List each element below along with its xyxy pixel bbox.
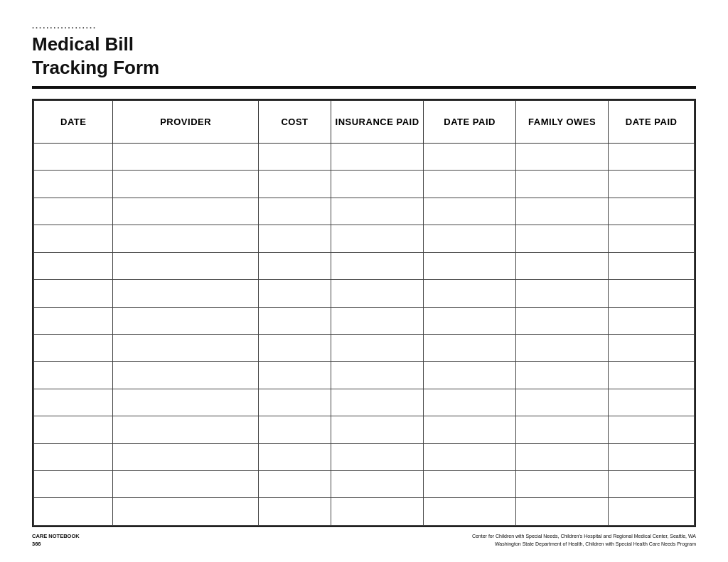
table-cell[interactable] [331, 416, 424, 443]
table-cell[interactable] [516, 334, 609, 361]
table-cell[interactable] [609, 498, 695, 526]
table-cell[interactable] [34, 198, 113, 225]
table-cell[interactable] [34, 443, 113, 470]
table-cell[interactable] [331, 198, 424, 225]
table-cell[interactable] [331, 280, 424, 307]
table-cell[interactable] [258, 362, 331, 389]
page-title: Medical Bill Tracking Form [32, 33, 696, 79]
table-cell[interactable] [516, 362, 609, 389]
table-cell[interactable] [516, 252, 609, 279]
table-cell[interactable] [609, 443, 695, 470]
table-cell[interactable] [609, 225, 695, 252]
table-cell[interactable] [424, 225, 516, 252]
table-cell[interactable] [113, 144, 258, 171]
table-cell[interactable] [258, 471, 331, 498]
table-cell[interactable] [113, 334, 258, 361]
table-cell[interactable] [258, 416, 331, 443]
table-cell[interactable] [258, 144, 331, 171]
table-cell[interactable] [609, 144, 695, 171]
table-cell[interactable] [424, 416, 516, 443]
table-cell[interactable] [424, 389, 516, 416]
table-cell[interactable] [424, 198, 516, 225]
table-cell[interactable] [113, 225, 258, 252]
table-cell[interactable] [258, 171, 331, 198]
table-cell[interactable] [516, 198, 609, 225]
table-cell[interactable] [424, 171, 516, 198]
table-cell[interactable] [258, 252, 331, 279]
table-cell[interactable] [331, 307, 424, 334]
table-cell[interactable] [424, 471, 516, 498]
table-cell[interactable] [424, 280, 516, 307]
table-cell[interactable] [113, 416, 258, 443]
table-cell[interactable] [34, 252, 113, 279]
table-cell[interactable] [113, 362, 258, 389]
table-cell[interactable] [34, 144, 113, 171]
table-cell[interactable] [331, 334, 424, 361]
table-cell[interactable] [113, 198, 258, 225]
table-cell[interactable] [113, 280, 258, 307]
table-cell[interactable] [424, 252, 516, 279]
table-cell[interactable] [331, 144, 424, 171]
table-cell[interactable] [34, 171, 113, 198]
table-cell[interactable] [609, 198, 695, 225]
table-cell[interactable] [34, 498, 113, 526]
table-cell[interactable] [113, 443, 258, 470]
table-cell[interactable] [516, 443, 609, 470]
table-cell[interactable] [34, 334, 113, 361]
table-cell[interactable] [258, 443, 331, 470]
table-cell[interactable] [516, 389, 609, 416]
table-cell[interactable] [331, 498, 424, 526]
footer-credit-line2: Washington State Department of Health, C… [472, 541, 696, 549]
table-cell[interactable] [516, 498, 609, 526]
table-cell[interactable] [516, 416, 609, 443]
table-cell[interactable] [516, 471, 609, 498]
table-cell[interactable] [609, 362, 695, 389]
table-cell[interactable] [113, 471, 258, 498]
table-cell[interactable] [424, 307, 516, 334]
table-cell[interactable] [516, 144, 609, 171]
table-cell[interactable] [609, 416, 695, 443]
table-cell[interactable] [609, 252, 695, 279]
table-cell[interactable] [34, 389, 113, 416]
table-cell[interactable] [258, 389, 331, 416]
table-cell[interactable] [34, 416, 113, 443]
table-cell[interactable] [258, 307, 331, 334]
table-cell[interactable] [258, 498, 331, 526]
table-cell[interactable] [331, 362, 424, 389]
table-cell[interactable] [331, 171, 424, 198]
table-cell[interactable] [516, 307, 609, 334]
table-cell[interactable] [516, 280, 609, 307]
table-cell[interactable] [34, 307, 113, 334]
table-cell[interactable] [609, 307, 695, 334]
table-cell[interactable] [34, 280, 113, 307]
table-cell[interactable] [331, 225, 424, 252]
table-cell[interactable] [331, 443, 424, 470]
table-cell[interactable] [516, 225, 609, 252]
table-cell[interactable] [331, 252, 424, 279]
table-cell[interactable] [609, 471, 695, 498]
table-cell[interactable] [516, 171, 609, 198]
table-cell[interactable] [424, 334, 516, 361]
table-cell[interactable] [113, 389, 258, 416]
table-cell[interactable] [113, 307, 258, 334]
table-cell[interactable] [34, 471, 113, 498]
table-cell[interactable] [258, 334, 331, 361]
table-cell[interactable] [258, 280, 331, 307]
table-cell[interactable] [113, 252, 258, 279]
table-cell[interactable] [609, 280, 695, 307]
table-cell[interactable] [424, 443, 516, 470]
table-cell[interactable] [609, 334, 695, 361]
table-cell[interactable] [258, 225, 331, 252]
table-cell[interactable] [424, 144, 516, 171]
table-cell[interactable] [424, 498, 516, 526]
table-cell[interactable] [34, 225, 113, 252]
table-cell[interactable] [331, 471, 424, 498]
table-cell[interactable] [609, 389, 695, 416]
table-cell[interactable] [113, 498, 258, 526]
table-cell[interactable] [113, 171, 258, 198]
table-cell[interactable] [331, 389, 424, 416]
table-cell[interactable] [258, 198, 331, 225]
table-cell[interactable] [424, 362, 516, 389]
table-cell[interactable] [34, 362, 113, 389]
table-cell[interactable] [609, 171, 695, 198]
